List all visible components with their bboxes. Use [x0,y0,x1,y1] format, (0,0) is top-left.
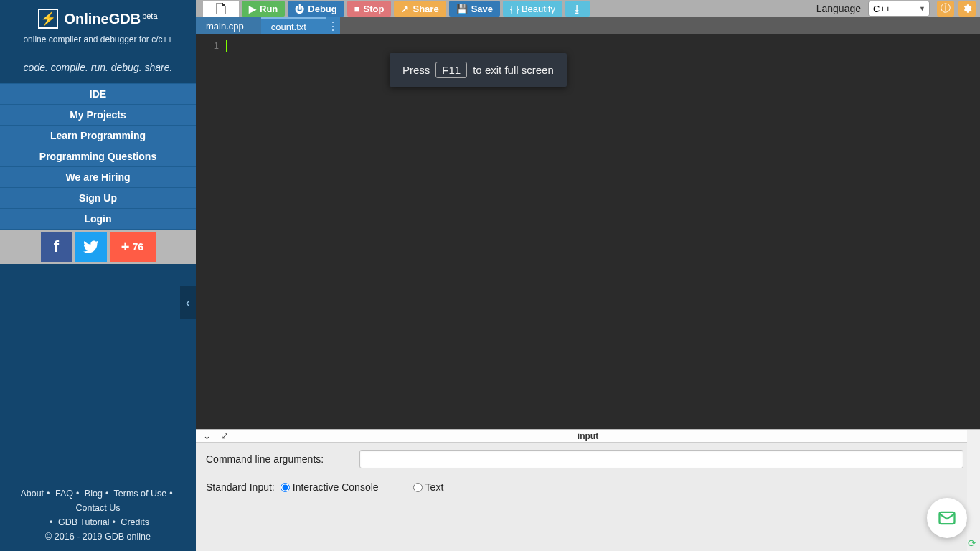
tabs-row: main.cpp count.txt ⋮ [196,17,980,34]
fullscreen-toast: Press F11 to exit full screen [390,53,567,87]
code-area[interactable] [225,34,980,429]
social-row: f + 76 [0,230,196,264]
stdin-radio-interactive[interactable] [281,483,290,492]
editor-cursor [226,40,227,52]
sidebar-collapse-handle[interactable]: ‹ [180,286,196,319]
beautify-label: { } Beautify [510,4,555,14]
save-label: Save [471,4,493,14]
share-button[interactable]: ↗Share [394,1,446,17]
nav-item-programming-questions[interactable]: Programming Questions [0,146,196,167]
run-button[interactable]: ▶Run [242,1,285,17]
power-icon: ⏻ [295,4,304,14]
tab-main-cpp[interactable]: main.cpp [196,17,261,34]
stdin-interactive-label: Interactive Console [293,481,379,493]
footer-link-about[interactable]: About [20,489,44,499]
nav-item-login[interactable]: Login [0,209,196,230]
download-button[interactable]: ⭳ [565,1,590,17]
info-button[interactable]: ⓘ [937,1,954,17]
debug-label: Debug [308,4,336,14]
save-button[interactable]: 💾Save [449,1,500,17]
nav-item-sign-up[interactable]: Sign Up [0,188,196,209]
footer-copyright: © 2016 - 2019 GDB online [4,529,192,544]
settings-button[interactable] [958,1,976,17]
stdin-text-label: Text [425,481,444,493]
brand-logo-icon: ⚡ [38,9,58,29]
share-count: 76 [133,241,144,253]
play-icon: ▶ [249,4,256,14]
sidebar-footer: About• FAQ• Blog• Terms of Use• Contact … [0,481,196,551]
feedback-fab[interactable] [927,498,967,538]
panel-expand-icon[interactable]: ⤢ [221,430,229,441]
stdin-radio-text[interactable] [413,483,423,492]
stop-button[interactable]: ■Stop [347,1,392,17]
mail-icon [937,508,957,528]
brand-name: OnlineGDB [64,11,141,27]
debug-button[interactable]: ⏻Debug [288,1,344,17]
facebook-button[interactable]: f [41,232,72,262]
bottom-panel-title: input [196,431,980,441]
bottom-panel-header: ⌄ ⤢ input [196,430,980,443]
sidebar: ⚡ OnlineGDBbeta online compiler and debu… [0,0,196,551]
brand-tagline: code. compile. run. debug. share. [0,49,196,83]
footer-link-faq[interactable]: FAQ [55,489,73,499]
footer-link-blog[interactable]: Blog [85,489,103,499]
refresh-corner-icon[interactable]: ⟳ [966,537,979,550]
panel-collapse-icon[interactable]: ⌄ [203,430,211,441]
stdin-option-text[interactable]: Text [413,481,444,493]
fs-toast-suffix: to exit full screen [473,64,554,76]
nav-item-ide[interactable]: IDE [0,83,196,105]
footer-link-credits[interactable]: Credits [121,517,149,527]
toolbar: ▶Run ⏻Debug ■Stop ↗Share 💾Save { } Beaut… [196,0,980,17]
editor-margin-line [732,34,732,429]
share-count-button[interactable]: + 76 [110,232,156,262]
brand-subtitle: online compiler and debugger for c/c++ [6,34,190,44]
stop-icon: ■ [354,4,360,14]
nav-item-we-are-hiring[interactable]: We are Hiring [0,167,196,188]
save-icon: 💾 [456,4,468,14]
nav-item-learn-programming[interactable]: Learn Programming [0,126,196,146]
line-number: 1 [196,40,219,51]
bottom-panel-body: Command line arguments: Standard Input: … [196,443,980,499]
download-icon: ⭳ [573,4,582,14]
bottom-panel: ⌄ ⤢ input Command line arguments: Standa… [196,429,980,551]
main-area: ▶Run ⏻Debug ■Stop ↗Share 💾Save { } Beaut… [196,0,980,551]
cmd-args-label: Command line arguments: [206,453,349,465]
footer-link-contact[interactable]: Contact Us [76,503,121,513]
share-label: Share [413,4,438,14]
plus-icon: + [121,239,130,255]
brand-block: ⚡ OnlineGDBbeta online compiler and debu… [0,0,196,49]
fs-toast-key: F11 [435,62,467,78]
stdin-label: Standard Input: [206,481,275,493]
tab-menu-button[interactable]: ⋮ [326,17,340,34]
new-file-button[interactable] [203,1,239,17]
sidebar-nav: IDE My Projects Learn Programming Progra… [0,83,196,230]
stop-label: Stop [364,4,385,14]
fs-toast-prefix: Press [402,64,430,76]
bottom-scrollbar[interactable] [967,430,980,551]
editor-gutter: 1 [196,34,225,429]
footer-link-gdb-tutorial[interactable]: GDB Tutorial [58,517,110,527]
code-editor[interactable]: 1 Press F11 to exit full screen [196,34,980,429]
brand-title: OnlineGDBbeta [64,11,157,27]
language-select[interactable]: C++ [868,1,930,17]
stdin-option-interactive[interactable]: Interactive Console [281,481,379,493]
run-label: Run [260,4,278,14]
tab-count-txt[interactable]: count.txt [261,17,326,34]
share-icon: ↗ [401,4,409,14]
nav-item-my-projects[interactable]: My Projects [0,105,196,126]
footer-link-terms[interactable]: Terms of Use [114,489,167,499]
language-label: Language [816,1,865,17]
beautify-button[interactable]: { } Beautify [503,1,562,17]
cmd-args-input[interactable] [359,450,963,468]
brand-beta: beta [142,11,157,20]
twitter-button[interactable] [75,232,107,262]
